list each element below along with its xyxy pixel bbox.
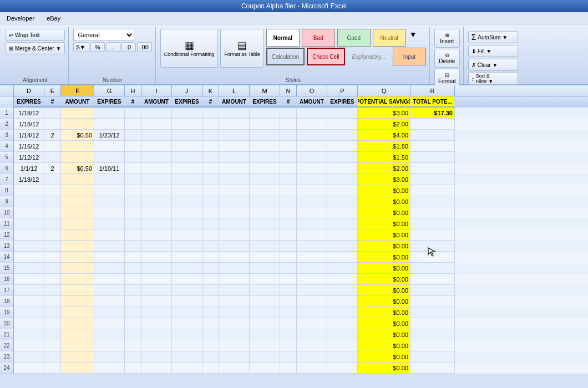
list-item[interactable] [61,274,94,285]
list-item[interactable] [297,252,327,263]
list-item[interactable] [125,252,141,263]
list-item[interactable] [44,218,61,229]
list-item[interactable] [327,185,358,196]
list-item[interactable] [141,207,172,218]
list-item[interactable]: $0.00 [358,296,410,307]
list-item[interactable] [61,196,94,207]
list-item[interactable] [250,307,280,318]
increase-decimal-button[interactable]: .0 [121,42,136,52]
col-header-p[interactable]: P [327,85,358,96]
styles-scroll-icon[interactable]: ▼ [408,29,418,47]
list-item[interactable] [172,108,202,119]
list-item[interactable] [141,229,172,241]
list-item[interactable] [327,318,358,329]
list-item[interactable] [141,274,172,285]
list-item[interactable] [141,218,172,229]
list-item[interactable] [44,296,61,307]
list-item[interactable] [125,363,141,374]
list-item[interactable] [141,340,172,351]
list-item[interactable] [202,108,219,119]
list-item[interactable] [202,141,219,152]
list-item[interactable] [141,307,172,318]
list-item[interactable] [61,363,94,374]
list-item[interactable] [280,340,297,351]
list-item[interactable] [202,351,219,363]
list-item[interactable] [250,152,280,163]
list-item[interactable]: 2 [44,163,61,174]
list-item[interactable] [44,252,61,263]
list-item[interactable] [202,307,219,318]
list-item[interactable] [219,130,250,141]
list-item[interactable] [327,285,358,296]
menu-developer[interactable]: Developer [3,14,38,23]
list-item[interactable] [410,119,455,130]
list-item[interactable] [125,196,141,207]
list-item[interactable] [250,108,280,119]
list-item[interactable] [94,174,125,185]
list-item[interactable] [172,363,202,374]
list-item[interactable] [250,207,280,218]
list-item[interactable] [44,174,61,185]
list-item[interactable] [94,252,125,263]
list-item[interactable] [202,218,219,229]
list-item[interactable] [219,163,250,174]
normal-style-button[interactable]: Normal [266,29,300,47]
list-item[interactable] [327,163,358,174]
list-item[interactable] [44,318,61,329]
list-item[interactable] [219,185,250,196]
list-item[interactable]: $3.00 [358,108,410,119]
list-item[interactable]: 1/23/12 [94,130,125,141]
list-item[interactable] [141,351,172,363]
list-item[interactable] [410,285,455,296]
list-item[interactable] [94,141,125,152]
list-item[interactable] [172,241,202,252]
list-item[interactable] [327,296,358,307]
list-item[interactable] [219,141,250,152]
list-item[interactable] [172,218,202,229]
col-header-f[interactable]: F [61,85,94,96]
list-item[interactable] [125,241,141,252]
list-item[interactable] [14,229,44,241]
list-item[interactable] [44,152,61,163]
list-item[interactable] [280,185,297,196]
list-item[interactable] [250,263,280,274]
list-item[interactable] [172,207,202,218]
list-item[interactable] [219,296,250,307]
list-item[interactable] [250,363,280,374]
list-item[interactable] [410,152,455,163]
list-item[interactable] [44,351,61,363]
list-item[interactable]: $0.00 [358,241,410,252]
list-item[interactable] [280,318,297,329]
explanatory-style-button[interactable]: Explanatory... [347,48,391,65]
list-item[interactable] [172,340,202,351]
list-item[interactable] [219,351,250,363]
list-item[interactable] [297,218,327,229]
list-item[interactable] [172,152,202,163]
list-item[interactable] [280,141,297,152]
list-item[interactable] [125,119,141,130]
list-item[interactable] [172,163,202,174]
list-item[interactable] [14,363,44,374]
list-item[interactable] [94,241,125,252]
list-item[interactable] [280,296,297,307]
col-header-k[interactable]: K [202,85,219,96]
list-item[interactable] [14,307,44,318]
list-item[interactable] [61,340,94,351]
list-item[interactable] [141,363,172,374]
list-item[interactable] [44,285,61,296]
list-item[interactable] [141,119,172,130]
list-item[interactable] [297,185,327,196]
list-item[interactable] [125,207,141,218]
list-item[interactable]: $2.00 [358,119,410,130]
list-item[interactable] [410,218,455,229]
list-item[interactable] [14,351,44,363]
list-item[interactable] [141,285,172,296]
list-item[interactable] [250,119,280,130]
list-item[interactable] [141,174,172,185]
list-item[interactable] [297,296,327,307]
list-item[interactable] [125,130,141,141]
list-item[interactable] [250,163,280,174]
list-item[interactable] [202,130,219,141]
list-item[interactable] [280,307,297,318]
wrap-text-button[interactable]: ↵ Wrap Text [6,29,65,41]
